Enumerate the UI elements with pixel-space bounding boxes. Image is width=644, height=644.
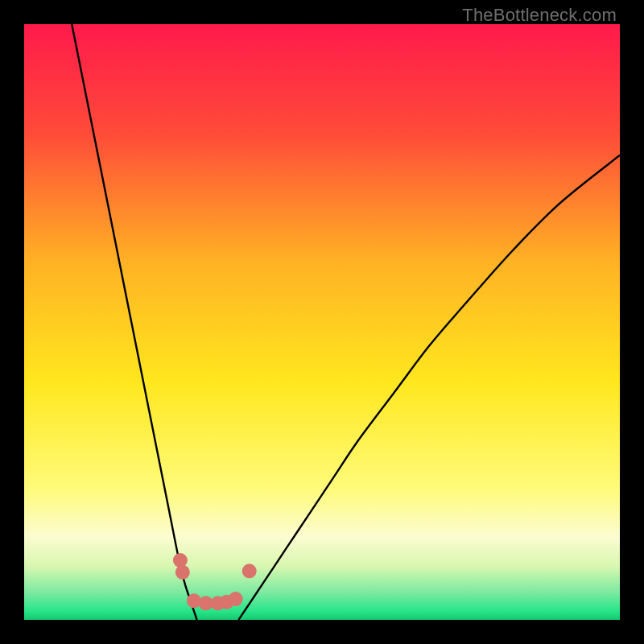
watermark-label: TheBottleneck.com (462, 5, 617, 26)
left-curve (72, 24, 196, 620)
valley-markers (173, 553, 257, 610)
plot-area (24, 24, 620, 620)
curve-layer (24, 24, 620, 620)
valley-marker (173, 553, 188, 568)
valley-marker (187, 593, 201, 608)
valley-marker (175, 565, 190, 580)
chart-container: TheBottleneck.com (0, 0, 644, 644)
right-curve (238, 155, 620, 620)
valley-marker (242, 564, 257, 578)
valley-marker (229, 592, 243, 606)
